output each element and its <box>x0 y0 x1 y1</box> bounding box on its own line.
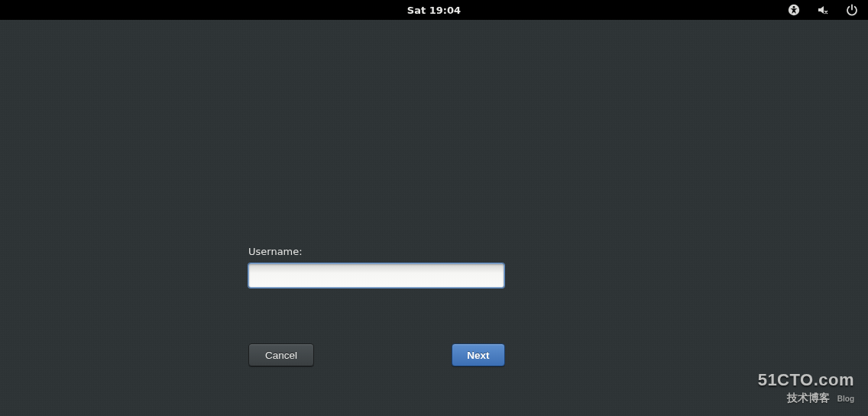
login-form: Username: Cancel Next <box>248 246 623 288</box>
watermark-line1: 51CTO.com <box>758 372 854 389</box>
username-input[interactable] <box>248 263 504 288</box>
accessibility-icon[interactable] <box>787 3 801 17</box>
svg-point-1 <box>793 6 795 8</box>
username-label: Username: <box>248 246 623 257</box>
watermark-line2-tag: Blog <box>837 395 854 403</box>
clock-label[interactable]: Sat 19:04 <box>400 5 468 16</box>
next-button[interactable]: Next <box>452 343 505 366</box>
cancel-button[interactable]: Cancel <box>248 343 314 366</box>
system-tray <box>787 0 865 20</box>
button-row: Cancel Next <box>248 343 505 366</box>
watermark-line2-main: 技术博客 <box>787 392 830 404</box>
volume-muted-icon[interactable] <box>816 3 830 17</box>
watermark: 51CTO.com 技术博客 Blog <box>758 372 854 405</box>
watermark-line2: 技术博客 Blog <box>758 392 854 405</box>
top-panel: Sat 19:04 <box>0 0 868 20</box>
power-icon[interactable] <box>845 3 859 17</box>
